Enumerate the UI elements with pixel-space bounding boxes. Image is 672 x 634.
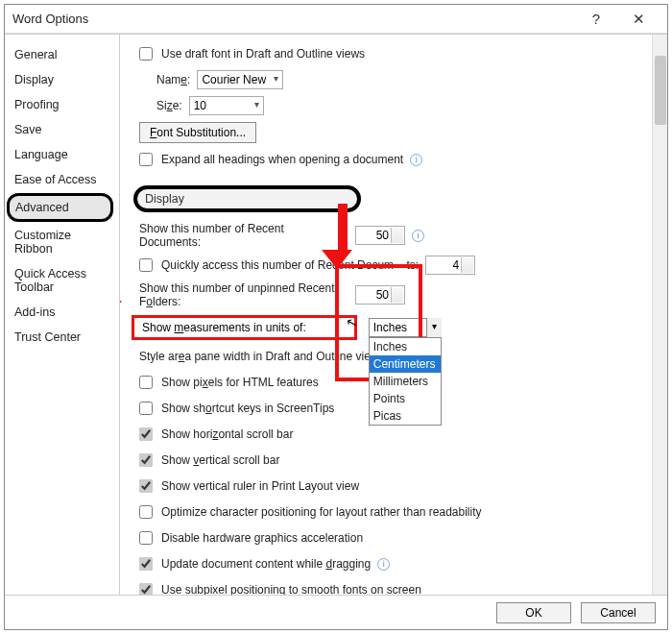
dropdown-units[interactable]: Inches ▾ Inches Centimeters Millimeters … bbox=[369, 318, 442, 337]
cancel-button[interactable]: Cancel bbox=[581, 602, 656, 623]
row-h-scroll: Show horizontal scroll bar bbox=[139, 425, 640, 444]
dialog-body: General Display Proofing Save Language E… bbox=[5, 34, 667, 595]
sidebar-item-language[interactable]: Language bbox=[5, 142, 119, 167]
titlebar: Word Options ? ✕ bbox=[5, 5, 667, 34]
checkbox-h-scroll[interactable] bbox=[139, 427, 153, 441]
window-title: Word Options bbox=[12, 12, 575, 26]
option-picas[interactable]: Picas bbox=[370, 407, 441, 425]
label-subpixel: Use subpixel positioning to smooth fonts… bbox=[161, 583, 421, 595]
row-v-ruler: Show vertical ruler in Print Layout view bbox=[139, 476, 640, 496]
sidebar-item-display[interactable]: Display bbox=[5, 67, 119, 92]
help-icon[interactable]: ? bbox=[575, 11, 617, 27]
row-font-name: Name: Courier New bbox=[139, 70, 640, 89]
scrollbar-vertical[interactable] bbox=[652, 35, 667, 595]
section-header-display: Display bbox=[133, 185, 361, 212]
label-use-draft-font: Use draft font in Draft and Outline view… bbox=[161, 47, 365, 61]
label-measurements: Show measurements in units of: bbox=[142, 321, 306, 334]
label-disable-hw: Disable hardware graphics acceleration bbox=[161, 531, 363, 545]
row-expand-headings: Expand all headings when opening a docum… bbox=[139, 150, 640, 169]
row-update-drag: Update document content while dragging i bbox=[139, 554, 640, 573]
content-panel: Use draft font in Draft and Outline view… bbox=[120, 35, 652, 595]
close-icon[interactable]: ✕ bbox=[617, 11, 660, 28]
dropdown-units-list: Inches Centimeters Millimeters Points Pi… bbox=[369, 337, 442, 426]
row-recent-docs: Show this number of Recent Documents: 50… bbox=[139, 222, 640, 249]
label-unpinned-folders: Show this number of unpinned Recent Fold… bbox=[139, 281, 348, 308]
label-pixels-html: Show pixels for HTML features bbox=[161, 376, 319, 389]
checkbox-shortcut-keys[interactable] bbox=[139, 402, 153, 415]
sidebar-item-proofing[interactable]: Proofing bbox=[5, 92, 119, 117]
sidebar-item-customize-ribbon[interactable]: Customize Ribbon bbox=[5, 223, 119, 261]
row-use-draft-font: Use draft font in Draft and Outline view… bbox=[139, 44, 640, 63]
label-name: Name: bbox=[156, 73, 190, 86]
option-millimeters[interactable]: Millimeters bbox=[370, 373, 441, 390]
row-font-size: Size: 10 bbox=[139, 96, 640, 115]
option-points[interactable]: Points bbox=[370, 390, 441, 407]
checkbox-disable-hw[interactable] bbox=[139, 531, 153, 545]
sidebar-item-advanced[interactable]: Advanced bbox=[7, 193, 113, 222]
sidebar-item-save[interactable]: Save bbox=[5, 117, 119, 142]
select-font-name[interactable]: Courier New bbox=[197, 70, 283, 89]
row-optimize-char: Optimize character positioning for layou… bbox=[139, 502, 640, 522]
row-disable-hw: Disable hardware graphics acceleration bbox=[139, 528, 640, 548]
option-inches[interactable]: Inches bbox=[370, 338, 441, 355]
annotation-redbox-label: Show measurements in units of: bbox=[132, 315, 357, 340]
input-quick-access[interactable]: 4 bbox=[425, 256, 475, 275]
font-substitution-button[interactable]: Font Substitution... bbox=[139, 122, 256, 143]
chevron-down-icon[interactable]: ▾ bbox=[426, 318, 442, 337]
sidebar: General Display Proofing Save Language E… bbox=[5, 35, 120, 595]
label-quick-access: Quickly access this number of Recent Doc… bbox=[161, 258, 419, 272]
value-font-name: Courier New bbox=[202, 73, 266, 86]
value-font-size: 10 bbox=[194, 99, 206, 112]
row-v-scroll: Show vertical scroll bar bbox=[139, 451, 640, 470]
sidebar-item-trust-center[interactable]: Trust Center bbox=[5, 325, 119, 350]
info-icon[interactable]: i bbox=[410, 154, 422, 166]
word-options-window: Word Options ? ✕ General Display Proofin… bbox=[4, 4, 668, 630]
checkbox-update-drag[interactable] bbox=[139, 557, 153, 571]
scrollbar-thumb[interactable] bbox=[655, 56, 666, 125]
row-unpinned-folders: Show this number of unpinned Recent Fold… bbox=[139, 281, 640, 308]
checkbox-expand-headings[interactable] bbox=[139, 153, 153, 166]
checkbox-quick-access[interactable] bbox=[139, 258, 153, 272]
annotation-arrow-right bbox=[120, 294, 122, 309]
select-font-size[interactable]: 10 bbox=[189, 96, 264, 115]
label-optimize-char: Optimize character positioning for layou… bbox=[161, 505, 482, 519]
sidebar-item-quick-access-toolbar[interactable]: Quick Access Toolbar bbox=[5, 261, 119, 300]
checkbox-use-draft-font[interactable] bbox=[139, 47, 153, 61]
label-recent-docs: Show this number of Recent Documents: bbox=[139, 222, 348, 249]
ok-button[interactable]: OK bbox=[496, 602, 571, 623]
label-v-ruler: Show vertical ruler in Print Layout view bbox=[161, 479, 359, 493]
sidebar-item-add-ins[interactable]: Add-ins bbox=[5, 300, 119, 325]
row-measurements: Show measurements in units of: Inches ▾ … bbox=[139, 315, 640, 340]
label-v-scroll: Show vertical scroll bar bbox=[161, 453, 279, 467]
label-size: Size: bbox=[156, 99, 182, 112]
row-subpixel: Use subpixel positioning to smooth fonts… bbox=[139, 580, 640, 595]
label-expand-headings: Expand all headings when opening a docum… bbox=[161, 153, 403, 166]
row-quick-access: Quickly access this number of Recent Doc… bbox=[139, 256, 640, 275]
checkbox-pixels-html[interactable] bbox=[139, 376, 153, 389]
checkbox-subpixel[interactable] bbox=[139, 583, 153, 595]
label-style-area: Style area pane width in Draft and Outli… bbox=[139, 350, 388, 363]
checkbox-v-ruler[interactable] bbox=[139, 479, 153, 493]
checkbox-optimize-char[interactable] bbox=[139, 505, 153, 519]
dialog-footer: OK Cancel bbox=[5, 595, 667, 629]
input-recent-docs[interactable]: 50 bbox=[355, 226, 405, 245]
info-icon[interactable]: i bbox=[412, 230, 424, 242]
input-unpinned-folders[interactable]: 50 bbox=[355, 285, 405, 305]
sidebar-item-ease-of-access[interactable]: Ease of Access bbox=[5, 167, 119, 192]
checkbox-v-scroll[interactable] bbox=[139, 453, 153, 467]
label-shortcut-keys: Show shortcut keys in ScreenTips bbox=[161, 402, 334, 415]
option-centimeters[interactable]: Centimeters bbox=[370, 355, 441, 373]
row-font-substitution: Font Substitution... bbox=[139, 122, 640, 143]
info-icon[interactable]: i bbox=[377, 558, 390, 571]
sidebar-item-general[interactable]: General bbox=[5, 42, 119, 67]
label-h-scroll: Show horizontal scroll bar bbox=[161, 427, 293, 441]
content-wrap: Use draft font in Draft and Outline view… bbox=[120, 35, 667, 595]
label-update-drag: Update document content while dragging bbox=[161, 557, 371, 571]
